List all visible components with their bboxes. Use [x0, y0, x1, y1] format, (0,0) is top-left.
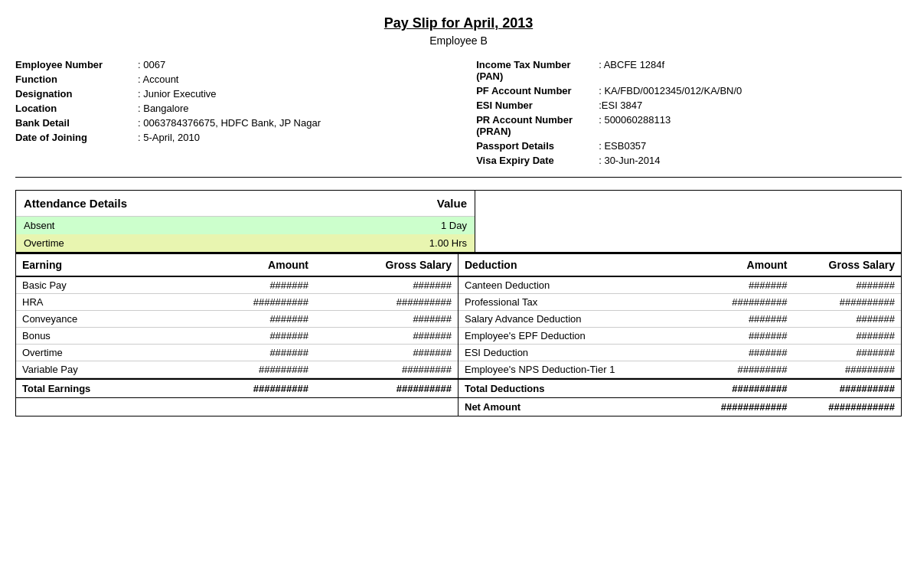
page-title: Pay Slip for April, 2013 [15, 15, 902, 31]
info-label: Income Tax Number (PAN) [476, 59, 599, 82]
deduction-amount: ######### [680, 364, 788, 375]
deduction-gross-col-header: Gross Salary [788, 259, 896, 271]
attendance-row-label: Absent [24, 220, 54, 231]
info-value: : ABCFE 1284f [599, 59, 664, 70]
info-value: : 500060288113 [599, 114, 671, 126]
deduction-data-row: ESI Deduction ####### ####### [459, 345, 901, 361]
info-label: PF Account Number [476, 85, 599, 96]
attendance-col2-header: Value [437, 197, 467, 210]
deduction-data-row: Employee's EPF Deduction ####### ####### [459, 328, 901, 345]
earning-amount: ####### [165, 330, 308, 341]
attendance-section: Attendance Details Value Absent1 DayOver… [16, 191, 901, 253]
deduction-amount: ####### [680, 330, 788, 341]
info-label: Visa Expiry Date [476, 155, 599, 166]
employee-info-section: Employee Number: 0067Function: AccountDe… [15, 59, 902, 178]
deduction-amount: ####### [680, 347, 788, 358]
earning-gross: ####### [308, 347, 452, 358]
info-row: Visa Expiry Date: 30-Jun-2014 [476, 155, 902, 166]
info-row: Passport Details: ESB0357 [476, 140, 902, 152]
net-amount-label: Net Amount [465, 401, 680, 413]
info-row: Income Tax Number (PAN): ABCFE 1284f [476, 59, 902, 82]
earnings-deductions: Earning Amount Gross Salary Basic Pay ##… [16, 253, 901, 416]
info-label: Designation [15, 88, 138, 100]
earnings-data-row: HRA ########## ########## [16, 294, 458, 311]
deduction-data-row: Employee's NPS Deduction-Tier 1 ########… [459, 361, 901, 378]
earning-gross: ####### [308, 313, 452, 325]
attendance-col1-header: Attendance Details [24, 197, 127, 210]
main-content-area: Attendance Details Value Absent1 DayOver… [15, 190, 902, 416]
total-deductions-amount: ########## [680, 383, 788, 394]
deduction-gross: ####### [788, 330, 896, 341]
deduction-label: Professional Tax [465, 296, 680, 308]
info-row: Function: Account [15, 74, 441, 85]
deduction-gross: ####### [788, 347, 896, 358]
info-label: PR Account Number (PRAN) [476, 114, 599, 137]
earning-label: Variable Pay [22, 364, 165, 375]
attendance-left: Attendance Details Value Absent1 DayOver… [16, 191, 475, 252]
total-deductions-row: Total Deductions ########## ########## [459, 378, 901, 398]
info-row: Designation: Junior Executive [15, 88, 441, 100]
earning-label: HRA [22, 296, 165, 308]
info-row: Date of Joining: 5-April, 2010 [15, 132, 441, 143]
deduction-label: Employee's EPF Deduction [465, 330, 680, 341]
info-value: : KA/FBD/0012345/012/KA/BN/0 [599, 85, 742, 96]
attendance-row-value: 1 Day [441, 220, 467, 231]
earnings-side: Earning Amount Gross Salary Basic Pay ##… [16, 253, 459, 416]
net-amount-gross: ############ [788, 401, 896, 413]
earning-label: Conveyance [22, 313, 165, 325]
deductions-side: Deduction Amount Gross Salary Canteen De… [459, 253, 901, 416]
info-value: : 0067 [138, 59, 165, 70]
info-value: : ESB0357 [599, 140, 646, 152]
info-label: ESI Number [476, 100, 599, 111]
earnings-data-row: Overtime ####### ####### [16, 345, 458, 361]
info-value: : Account [138, 74, 178, 85]
earnings-data-row: Conveyance ####### ####### [16, 311, 458, 328]
earning-label: Basic Pay [22, 279, 165, 291]
earning-label: Bonus [22, 330, 165, 341]
deduction-amount: ########## [680, 296, 788, 308]
net-amount-row: Net Amount ############ ############ [459, 398, 901, 416]
deduction-label: Employee's NPS Deduction-Tier 1 [465, 364, 680, 375]
info-value: : 30-Jun-2014 [599, 155, 660, 166]
earnings-data-row: Bonus ####### ####### [16, 328, 458, 345]
earning-gross: ####### [308, 330, 452, 341]
employee-name: Employee B [15, 34, 902, 47]
deduction-amount-col-header: Amount [680, 259, 788, 271]
total-deductions-label: Total Deductions [465, 383, 680, 394]
deduction-gross: ####### [788, 279, 896, 291]
info-label: Employee Number [15, 59, 138, 70]
total-earnings-label: Total Earnings [22, 383, 165, 394]
total-deductions-gross: ########## [788, 383, 896, 394]
earning-amount: ########## [165, 296, 308, 308]
earnings-data-row: Variable Pay ######### ######### [16, 361, 458, 378]
earnings-header: Earning Amount Gross Salary [16, 253, 458, 277]
deduction-col-header: Deduction [465, 259, 680, 271]
deduction-amount: ####### [680, 279, 788, 291]
deduction-label: Salary Advance Deduction [465, 313, 680, 325]
deduction-gross: ####### [788, 313, 896, 325]
deduction-gross: ########## [788, 296, 896, 308]
info-row: Location: Bangalore [15, 103, 441, 114]
net-amount-value: ############ [680, 401, 788, 413]
earning-amount: ####### [165, 347, 308, 358]
info-row: ESI Number:ESI 3847 [476, 100, 902, 111]
info-row: Bank Detail: 0063784376675, HDFC Bank, J… [15, 117, 441, 129]
info-label: Function [15, 74, 138, 85]
deductions-header: Deduction Amount Gross Salary [459, 253, 901, 277]
deduction-data-row: Salary Advance Deduction ####### ####### [459, 311, 901, 328]
earning-gross: ####### [308, 279, 452, 291]
info-row: PF Account Number: KA/FBD/0012345/012/KA… [476, 85, 902, 96]
info-row: PR Account Number (PRAN): 500060288113 [476, 114, 902, 137]
earning-amount: ######### [165, 364, 308, 375]
attendance-data-row: Overtime1.00 Hrs [16, 234, 475, 252]
total-earnings-gross: ########## [308, 383, 452, 394]
deduction-data-row: Professional Tax ########## ########## [459, 294, 901, 311]
earning-amount: ####### [165, 313, 308, 325]
info-row: Employee Number: 0067 [15, 59, 441, 70]
amount-col-header: Amount [165, 259, 308, 271]
deduction-label: Canteen Deduction [465, 279, 680, 291]
attendance-row-label: Overtime [24, 237, 64, 249]
deduction-gross: ######### [788, 364, 896, 375]
attendance-right [475, 191, 901, 252]
info-value: :ESI 3847 [599, 100, 642, 111]
